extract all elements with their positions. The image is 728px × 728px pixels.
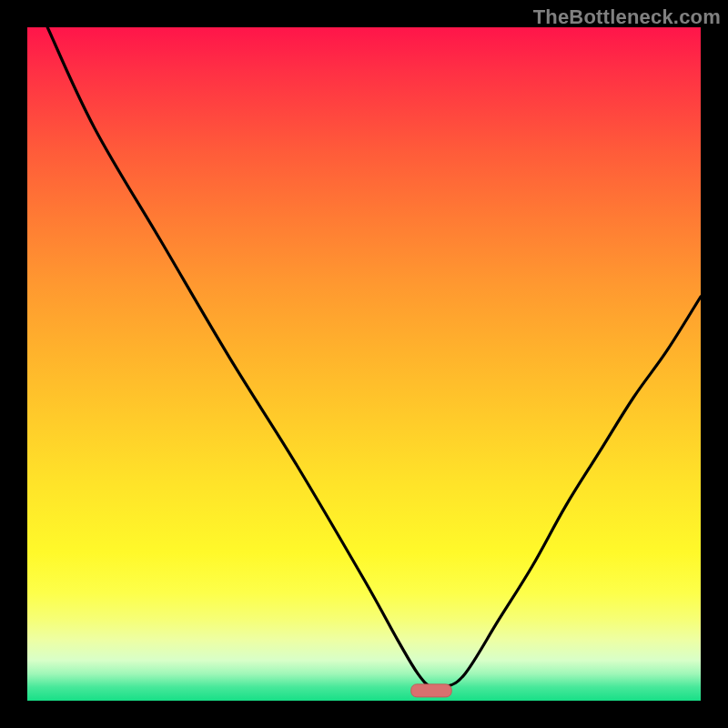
bottleneck-curve: [47, 27, 701, 689]
plot-area: [27, 27, 701, 701]
optimum-marker: [411, 684, 451, 697]
chart-frame: TheBottleneck.com: [0, 0, 728, 728]
chart-svg: [27, 27, 701, 701]
watermark-text: TheBottleneck.com: [533, 5, 721, 29]
